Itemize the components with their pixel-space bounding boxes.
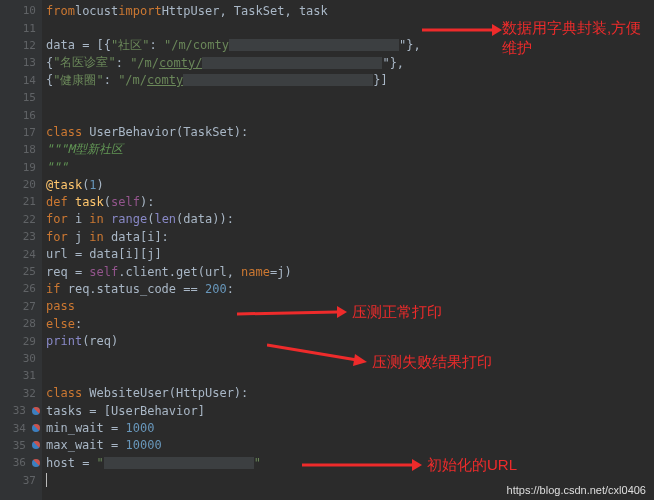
gutter-line: 28 xyxy=(0,315,42,332)
code-editor: 1011121314151617181920212223242526272829… xyxy=(0,0,654,500)
gutter-line: 12 xyxy=(0,37,42,54)
override-marker-icon xyxy=(32,424,40,432)
redacted-text xyxy=(104,457,254,469)
line-gutter: 1011121314151617181920212223242526272829… xyxy=(0,0,42,500)
gutter-line: 20 xyxy=(0,176,42,193)
code-line: data = [{"社区": "/m/comty"}, xyxy=(42,37,654,54)
code-line: from locust import HttpUser, TaskSet, ta… xyxy=(42,2,654,19)
code-line: pass xyxy=(42,298,654,315)
code-line: for j in data[i]: xyxy=(42,228,654,245)
gutter-line: 26 xyxy=(0,280,42,297)
gutter-line: 34 xyxy=(0,419,42,436)
code-line: url = data[i][j] xyxy=(42,245,654,262)
gutter-line: 21 xyxy=(0,193,42,210)
code-line xyxy=(42,89,654,106)
gutter-line: 11 xyxy=(0,19,42,36)
gutter-line: 27 xyxy=(0,298,42,315)
gutter-line: 10 xyxy=(0,2,42,19)
override-marker-icon xyxy=(32,407,40,415)
override-marker-icon xyxy=(32,441,40,449)
code-line: """M型新社区 xyxy=(42,141,654,158)
code-line: min_wait = 1000 xyxy=(42,419,654,436)
gutter-line: 33 xyxy=(0,402,42,419)
code-line: req = self.client.get(url, name=j) xyxy=(42,263,654,280)
code-line xyxy=(42,367,654,384)
code-line: if req.status_code == 200: xyxy=(42,280,654,297)
gutter-line: 19 xyxy=(0,159,42,176)
gutter-line: 16 xyxy=(0,106,42,123)
code-line: class UserBehavior(TaskSet): xyxy=(42,124,654,141)
gutter-line: 31 xyxy=(0,367,42,384)
gutter-line: 15 xyxy=(0,89,42,106)
code-line: def task(self): xyxy=(42,193,654,210)
gutter-line: 36 xyxy=(0,454,42,471)
redacted-text xyxy=(229,39,399,51)
gutter-line: 22 xyxy=(0,211,42,228)
code-line xyxy=(42,350,654,367)
code-line: class WebsiteUser(HttpUser): xyxy=(42,385,654,402)
code-line: print(req) xyxy=(42,332,654,349)
gutter-line: 37 xyxy=(0,472,42,489)
code-line xyxy=(42,106,654,123)
watermark: https://blog.csdn.net/cxl0406 xyxy=(507,484,646,496)
text-caret xyxy=(46,473,47,487)
code-line: """ xyxy=(42,159,654,176)
gutter-line: 29 xyxy=(0,332,42,349)
gutter-line: 13 xyxy=(0,54,42,71)
code-line: @task(1) xyxy=(42,176,654,193)
gutter-line: 24 xyxy=(0,245,42,262)
gutter-line: 32 xyxy=(0,385,42,402)
code-line: max_wait = 10000 xyxy=(42,437,654,454)
gutter-line: 17 xyxy=(0,124,42,141)
code-line xyxy=(42,19,654,36)
gutter-line: 23 xyxy=(0,228,42,245)
gutter-line: 14 xyxy=(0,72,42,89)
code-line: tasks = [UserBehavior] xyxy=(42,402,654,419)
gutter-line: 18 xyxy=(0,141,42,158)
redacted-text xyxy=(202,57,382,69)
gutter-line: 35 xyxy=(0,437,42,454)
redacted-text xyxy=(183,74,373,86)
code-line: else: xyxy=(42,315,654,332)
code-line: host = "" xyxy=(42,454,654,471)
code-area[interactable]: from locust import HttpUser, TaskSet, ta… xyxy=(42,0,654,500)
gutter-line: 25 xyxy=(0,263,42,280)
code-line: {"名医诊室": "/m/comty/"}, xyxy=(42,54,654,71)
code-line: for i in range(len(data)): xyxy=(42,211,654,228)
gutter-line: 30 xyxy=(0,350,42,367)
override-marker-icon xyxy=(32,459,40,467)
code-line: {"健康圈": "/m/comty}] xyxy=(42,72,654,89)
